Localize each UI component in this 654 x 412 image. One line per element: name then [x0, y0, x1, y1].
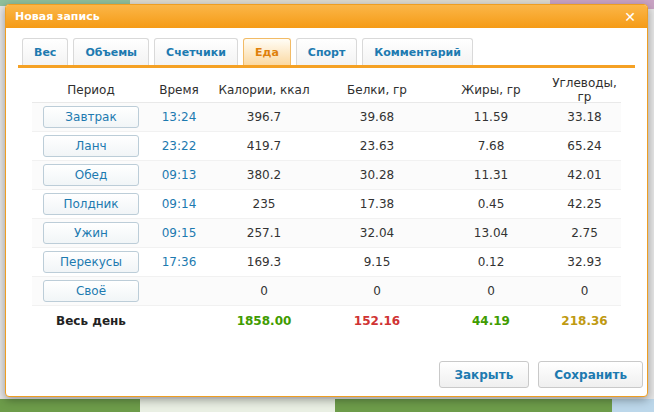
header-calories: Калории, ккал	[208, 83, 320, 97]
period-button-custom[interactable]: Своё	[43, 280, 139, 302]
carbs-value: 42.01	[548, 168, 621, 182]
header-proteins: Белки, гр	[320, 83, 434, 97]
new-entry-modal: Новая запись ✕ Вес Объемы Счетчики Еда С…	[5, 4, 648, 397]
proteins-value: 0	[320, 284, 434, 298]
close-icon[interactable]: ✕	[622, 10, 638, 24]
tab-food[interactable]: Еда	[243, 38, 291, 65]
period-button-supper[interactable]: Ужин	[43, 222, 139, 244]
proteins-value: 9.15	[320, 255, 434, 269]
table-row: Ланч 23:22 419.7 23.63 7.68 65.24	[32, 132, 621, 161]
header-period: Период	[32, 83, 150, 97]
calories-value: 235	[208, 197, 320, 211]
time-value[interactable]: 09:15	[150, 226, 208, 240]
carbs-value: 2.75	[548, 226, 621, 240]
table-row: Перекусы 17:36 169.3 9.15 0.12 32.93	[32, 248, 621, 277]
time-value[interactable]: 13:24	[150, 110, 208, 124]
calories-value: 257.1	[208, 226, 320, 240]
header-fats: Жиры, гр	[434, 83, 548, 97]
time-value[interactable]: 09:14	[150, 197, 208, 211]
table-header-row: Период Время Калории, ккал Белки, гр Жир…	[32, 76, 621, 103]
fats-value: 7.68	[434, 139, 548, 153]
proteins-value: 17.38	[320, 197, 434, 211]
period-button-snacks[interactable]: Перекусы	[43, 251, 139, 273]
carbs-value: 33.18	[548, 110, 621, 124]
modal-title: Новая запись	[15, 10, 622, 23]
calories-value: 419.7	[208, 139, 320, 153]
fats-value: 11.59	[434, 110, 548, 124]
save-button[interactable]: Сохранить	[538, 361, 643, 388]
period-button-breakfast[interactable]: Завтрак	[43, 106, 139, 128]
fats-value: 13.04	[434, 226, 548, 240]
total-label: Весь день	[32, 314, 150, 328]
carbs-value: 0	[548, 284, 621, 298]
close-button[interactable]: Закрыть	[439, 361, 530, 388]
background-bottom-right	[612, 399, 654, 412]
proteins-value: 32.04	[320, 226, 434, 240]
fats-value: 0.45	[434, 197, 548, 211]
total-row: Весь день 1858.00 152.16 44.19 218.36	[32, 306, 621, 336]
carbs-value: 65.24	[548, 139, 621, 153]
proteins-value: 30.28	[320, 168, 434, 182]
tab-counters[interactable]: Счетчики	[154, 38, 238, 65]
proteins-value: 39.68	[320, 110, 434, 124]
header-carbs: Углеводы, гр	[548, 76, 621, 104]
table-row: Ужин 09:15 257.1 32.04 13.04 2.75	[32, 219, 621, 248]
modal-body: Вес Объемы Счетчики Еда Спорт Комментари…	[6, 28, 647, 397]
fats-value: 0	[434, 284, 548, 298]
calories-value: 396.7	[208, 110, 320, 124]
food-table: Период Время Калории, ккал Белки, гр Жир…	[32, 76, 621, 336]
tab-bar: Вес Объемы Счетчики Еда Спорт Комментари…	[18, 38, 635, 68]
header-time: Время	[150, 83, 208, 97]
table-row: Завтрак 13:24 396.7 39.68 11.59 33.18	[32, 103, 621, 132]
total-calories: 1858.00	[208, 314, 320, 328]
carbs-value: 32.93	[548, 255, 621, 269]
tab-sport[interactable]: Спорт	[296, 38, 357, 65]
period-button-afternoon-snack[interactable]: Полдник	[43, 193, 139, 215]
total-fats: 44.19	[434, 314, 548, 328]
modal-footer: Закрыть Сохранить	[439, 361, 644, 388]
time-value[interactable]: 17:36	[150, 255, 208, 269]
total-carbs: 218.36	[548, 314, 621, 328]
table-row: Обед 09:13 380.2 30.28 11.31 42.01	[32, 161, 621, 190]
table-row: Своё 0 0 0 0	[32, 277, 621, 306]
carbs-value: 42.25	[548, 197, 621, 211]
modal-header: Новая запись ✕	[6, 5, 647, 28]
fats-value: 11.31	[434, 168, 548, 182]
proteins-value: 23.63	[320, 139, 434, 153]
calories-value: 380.2	[208, 168, 320, 182]
tab-weight[interactable]: Вес	[22, 38, 68, 65]
time-value[interactable]: 23:22	[150, 139, 208, 153]
tab-comment[interactable]: Комментарий	[362, 38, 473, 65]
time-value[interactable]: 09:13	[150, 168, 208, 182]
fats-value: 0.12	[434, 255, 548, 269]
table-row: Полдник 09:14 235 17.38 0.45 42.25	[32, 190, 621, 219]
calories-value: 0	[208, 284, 320, 298]
calories-value: 169.3	[208, 255, 320, 269]
tab-volumes[interactable]: Объемы	[73, 38, 149, 65]
background-bottom-light	[140, 399, 335, 412]
period-button-dinner[interactable]: Обед	[43, 164, 139, 186]
total-proteins: 152.16	[320, 314, 434, 328]
period-button-lunch[interactable]: Ланч	[43, 135, 139, 157]
